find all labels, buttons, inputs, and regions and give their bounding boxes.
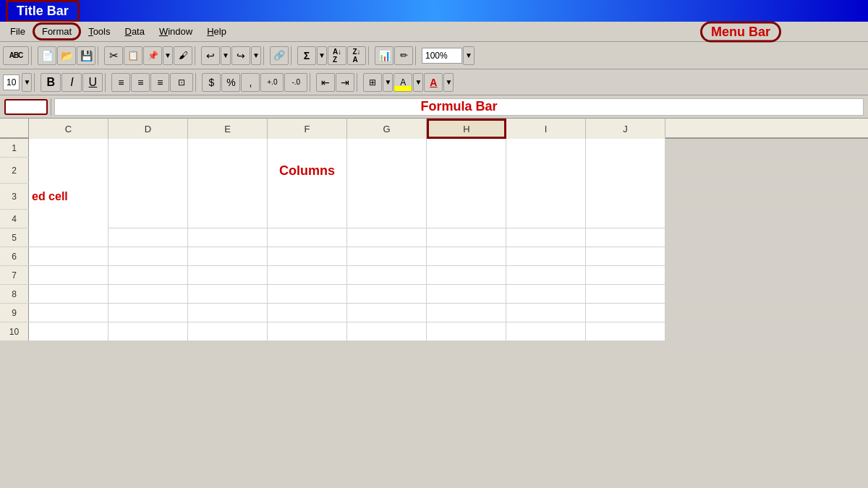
cell-e1[interactable] <box>188 139 268 158</box>
drawing-button[interactable]: ✏ <box>394 46 413 65</box>
formula-input-area[interactable]: Formula Bar <box>54 98 864 116</box>
col-header-i[interactable]: I <box>506 119 586 139</box>
cell[interactable] <box>109 285 188 303</box>
cell-i1[interactable] <box>506 139 586 158</box>
cell-j2[interactable] <box>586 158 665 184</box>
cell-j1[interactable] <box>586 139 665 158</box>
undo-dropdown-button[interactable]: ▼ <box>221 46 231 65</box>
cell-i3[interactable] <box>506 184 586 210</box>
cell[interactable] <box>586 322 665 341</box>
cell-e2[interactable] <box>188 158 268 184</box>
cell[interactable] <box>109 322 188 341</box>
cell[interactable] <box>347 304 427 322</box>
cell[interactable] <box>427 304 506 322</box>
cell[interactable] <box>347 285 427 303</box>
cell[interactable] <box>109 228 188 247</box>
cell[interactable] <box>506 322 586 341</box>
cell[interactable] <box>506 228 586 247</box>
col-header-d[interactable]: D <box>109 119 188 139</box>
cell-h2[interactable] <box>427 158 506 184</box>
cell[interactable] <box>188 304 268 322</box>
cell[interactable] <box>586 266 665 284</box>
autosum-button[interactable]: Σ <box>297 46 316 65</box>
font-size-box[interactable]: 10 <box>3 74 20 90</box>
cut-button[interactable]: ✂ <box>104 46 123 65</box>
cell[interactable] <box>29 247 109 265</box>
zoom-dropdown[interactable]: ▼ <box>463 46 475 65</box>
col-header-f[interactable]: F <box>268 119 347 139</box>
cell[interactable] <box>586 210 665 228</box>
cell[interactable] <box>506 247 586 265</box>
cell-f2[interactable]: Columns <box>268 158 347 184</box>
cell[interactable] <box>29 285 109 303</box>
cell-c1[interactable] <box>29 139 109 158</box>
borders-button[interactable]: ⊞ <box>363 73 382 92</box>
cell[interactable] <box>29 266 109 284</box>
cell-c2[interactable] <box>29 158 109 184</box>
cell-e3[interactable] <box>188 184 268 210</box>
col-header-j[interactable]: J <box>586 119 665 139</box>
cell[interactable] <box>586 304 665 322</box>
cell[interactable] <box>347 228 427 247</box>
new-button[interactable]: 📄 <box>38 46 56 65</box>
cell[interactable] <box>427 322 506 341</box>
name-box[interactable] <box>4 99 48 115</box>
cell[interactable] <box>29 304 109 322</box>
col-header-h[interactable]: H <box>427 119 506 139</box>
cell[interactable] <box>347 266 427 284</box>
cell[interactable] <box>268 304 347 322</box>
cell-c3[interactable]: ed cell <box>29 184 109 210</box>
sort-desc-button[interactable]: Z↓A <box>347 46 366 65</box>
decrease-decimal-button[interactable]: -.0 <box>284 73 307 92</box>
font-color-dropdown[interactable]: ▼ <box>443 73 454 92</box>
cell[interactable] <box>29 210 109 228</box>
col-header-g[interactable]: G <box>347 119 427 139</box>
cell[interactable] <box>268 322 347 341</box>
comma-button[interactable]: , <box>241 73 260 92</box>
cell-f1[interactable] <box>268 139 347 158</box>
col-header-c[interactable]: C <box>29 119 109 139</box>
format-painter-button[interactable]: 🖌 <box>174 46 192 65</box>
cell[interactable] <box>268 266 347 284</box>
cell[interactable] <box>268 210 347 228</box>
menu-item-file[interactable]: File <box>3 25 33 38</box>
chart-button[interactable]: 📊 <box>375 46 393 65</box>
cell[interactable] <box>427 285 506 303</box>
align-center-button[interactable]: ≡ <box>131 73 150 92</box>
cell[interactable] <box>427 247 506 265</box>
align-right-button[interactable]: ≡ <box>150 73 169 92</box>
cell[interactable] <box>188 210 268 228</box>
cell[interactable] <box>347 247 427 265</box>
cell[interactable] <box>109 266 188 284</box>
spell-check-button[interactable]: ABC <box>3 46 29 65</box>
cell-g3[interactable] <box>347 184 427 210</box>
italic-button[interactable]: I <box>61 73 82 92</box>
cell[interactable] <box>188 322 268 341</box>
save-button[interactable]: 💾 <box>77 46 95 65</box>
cell-g1[interactable] <box>347 139 427 158</box>
cell[interactable] <box>586 247 665 265</box>
col-header-e[interactable]: E <box>188 119 268 139</box>
cell[interactable] <box>506 285 586 303</box>
bold-button[interactable]: B <box>41 73 61 92</box>
cell[interactable] <box>268 247 347 265</box>
cell-d3[interactable] <box>109 184 188 210</box>
cell[interactable] <box>188 266 268 284</box>
cell[interactable] <box>188 247 268 265</box>
cell[interactable] <box>506 210 586 228</box>
cell-d2[interactable] <box>109 158 188 184</box>
cell[interactable] <box>188 285 268 303</box>
fill-color-dropdown[interactable]: ▼ <box>413 73 423 92</box>
cell[interactable] <box>586 285 665 303</box>
autosum-dropdown[interactable]: ▼ <box>317 46 327 65</box>
zoom-box[interactable]: 100% <box>422 48 462 64</box>
menu-item-format[interactable]: Format <box>33 22 81 40</box>
redo-dropdown-button[interactable]: ▼ <box>251 46 261 65</box>
cell[interactable] <box>506 304 586 322</box>
cell[interactable] <box>427 266 506 284</box>
cell[interactable] <box>29 228 109 247</box>
menu-item-data[interactable]: Data <box>117 25 151 38</box>
font-size-dropdown[interactable]: ▼ <box>22 73 32 92</box>
copy-button[interactable]: 📋 <box>124 46 142 65</box>
align-left-button[interactable]: ≡ <box>111 73 130 92</box>
